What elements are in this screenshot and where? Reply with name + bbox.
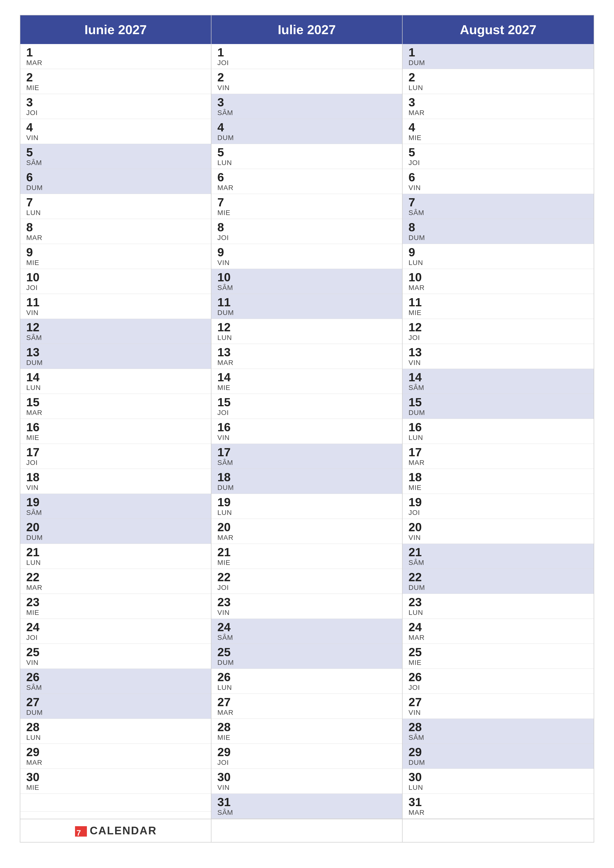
day-name: SÂM	[26, 509, 205, 517]
day-name: LUN	[218, 509, 396, 517]
day-row: 15MAR	[20, 394, 211, 419]
day-name: MIE	[26, 609, 205, 617]
day-name: MIE	[409, 309, 588, 317]
day-row: 10JOI	[20, 269, 211, 294]
day-row: 11VIN	[20, 294, 211, 319]
day-number: 9	[218, 246, 396, 258]
day-name: DUM	[26, 534, 205, 542]
day-number: 4	[218, 121, 396, 133]
day-name: DUM	[218, 309, 396, 317]
day-name: MIE	[409, 484, 588, 491]
day-row: 9LUN	[403, 244, 594, 269]
day-row: 26LUN	[211, 669, 402, 694]
day-name: JOI	[26, 634, 205, 642]
day-row: 26JOI	[403, 669, 594, 694]
day-row: 20VIN	[403, 519, 594, 544]
day-name: DUM	[218, 484, 396, 491]
month-col-july: 1JOI2VIN3SÂM4DUM5LUN6MAR7MIE8JOI9VIN10SÂ…	[211, 44, 403, 819]
calendar-logo-icon: 7	[75, 824, 87, 837]
day-name: MIE	[26, 784, 205, 792]
day-number: 8	[409, 222, 588, 233]
day-row: 29JOI	[211, 744, 402, 769]
day-row: 13VIN	[403, 344, 594, 369]
day-name: DUM	[218, 134, 396, 142]
day-number: 6	[409, 172, 588, 183]
day-row: 6VIN	[403, 169, 594, 194]
day-number: 29	[409, 746, 588, 758]
day-name: VIN	[218, 434, 396, 442]
day-name: DUM	[26, 184, 205, 192]
day-number: 13	[26, 346, 205, 358]
day-number: 7	[409, 197, 588, 208]
day-row: 15JOI	[211, 394, 402, 419]
day-name: SÂM	[26, 334, 205, 342]
day-row: 7MIE	[211, 194, 402, 219]
day-name: VIN	[26, 134, 205, 142]
day-name: SÂM	[218, 284, 396, 292]
day-name: SÂM	[218, 634, 396, 642]
day-number: 15	[218, 397, 396, 408]
month-header-july: Iulie 2027	[211, 16, 403, 44]
day-row: 9VIN	[211, 244, 402, 269]
day-number: 8	[218, 222, 396, 233]
day-number: 18	[218, 471, 396, 483]
day-row: 27VIN	[403, 694, 594, 719]
day-name: JOI	[409, 684, 588, 691]
day-name: DUM	[218, 659, 396, 666]
day-row: 31SÂM	[211, 794, 402, 819]
day-row: 17MAR	[403, 444, 594, 469]
day-number: 28	[409, 721, 588, 733]
day-name: SÂM	[409, 734, 588, 742]
day-name: JOI	[409, 334, 588, 342]
day-row: 30VIN	[211, 769, 402, 794]
day-row: 26SÂM	[20, 669, 211, 694]
day-number: 13	[218, 346, 396, 358]
day-row: 1DUM	[403, 44, 594, 69]
day-row: 25MIE	[403, 644, 594, 669]
calendar-container: Iunie 2027 Iulie 2027 August 2027 1MAR2M…	[20, 15, 594, 843]
day-row: 21MIE	[211, 544, 402, 569]
day-name: MAR	[409, 459, 588, 467]
day-row: 14SÂM	[403, 369, 594, 394]
day-row: 27DUM	[20, 694, 211, 719]
day-row: 1JOI	[211, 44, 402, 69]
day-name: MAR	[26, 584, 205, 592]
day-number: 29	[26, 746, 205, 758]
day-row: 5LUN	[211, 144, 402, 169]
day-number: 29	[218, 746, 396, 758]
day-row: 29DUM	[403, 744, 594, 769]
day-number: 23	[409, 596, 588, 608]
day-number: 27	[218, 696, 396, 708]
day-row: 4VIN	[20, 119, 211, 144]
day-name: VIN	[409, 359, 588, 367]
day-number: 11	[409, 296, 588, 308]
day-number: 3	[409, 96, 588, 108]
day-number: 3	[26, 96, 205, 108]
day-name: DUM	[409, 409, 588, 417]
day-name: LUN	[409, 434, 588, 442]
month-col-august: 1DUM2LUN3MAR4MIE5JOI6VIN7SÂM8DUM9LUN10MA…	[403, 44, 594, 819]
day-number: 28	[26, 721, 205, 733]
day-name: DUM	[409, 59, 588, 67]
day-number: 9	[409, 246, 588, 258]
day-row: 21LUN	[20, 544, 211, 569]
day-name: VIN	[26, 484, 205, 491]
day-number: 2	[409, 71, 588, 84]
footer-logo: 7 CALENDAR	[75, 824, 157, 837]
day-name: JOI	[218, 759, 396, 767]
day-name: MAR	[218, 359, 396, 367]
day-number: 19	[409, 496, 588, 508]
day-row: 21SÂM	[403, 544, 594, 569]
svg-text:7: 7	[76, 828, 81, 837]
day-number: 25	[26, 646, 205, 658]
day-row: 18VIN	[20, 469, 211, 494]
day-name: DUM	[409, 584, 588, 592]
day-number: 15	[409, 397, 588, 408]
day-row: 28LUN	[20, 719, 211, 744]
day-name: LUN	[26, 209, 205, 217]
day-name: DUM	[409, 759, 588, 767]
day-name: MIE	[26, 84, 205, 92]
day-row: 3JOI	[20, 94, 211, 119]
day-number: 12	[26, 321, 205, 333]
day-name: MIE	[409, 134, 588, 142]
